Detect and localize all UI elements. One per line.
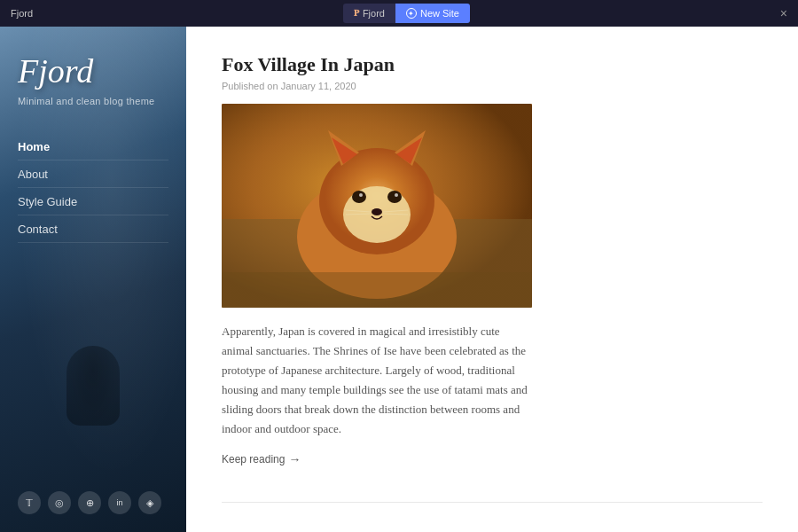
post-title-1: Fox Village In Japan [222, 53, 763, 76]
layout: Fjord Minimal and clean blog theme Home … [0, 27, 798, 532]
svg-point-10 [352, 191, 366, 203]
globe-icon: ✦ [406, 8, 417, 19]
svg-point-11 [387, 191, 402, 203]
nav-link-home[interactable]: Home [18, 140, 50, 153]
main-content: Fox Village In Japan Published on Januar… [186, 27, 798, 532]
sidebar-content: Fjord Minimal and clean blog theme Home … [0, 27, 186, 532]
keep-reading-link-1[interactable]: Keep reading → [222, 452, 301, 466]
nav-link-about[interactable]: About [18, 168, 48, 181]
close-button[interactable]: × [780, 6, 787, 20]
post-divider [222, 502, 763, 503]
nav-item-home[interactable]: Home [18, 133, 168, 160]
post-excerpt-1: Apparently, Japan is covered in magical … [222, 322, 532, 440]
nav-link-style-guide[interactable]: Style Guide [18, 195, 77, 208]
fox-photo [222, 104, 532, 308]
tab-label: Fjord [363, 8, 385, 19]
post-item-1: Fox Village In Japan Published on Januar… [222, 53, 763, 466]
keep-reading-label-1: Keep reading [222, 453, 285, 466]
tab-button[interactable]: 𝐏 Fjord [343, 4, 395, 23]
svg-point-13 [395, 193, 398, 197]
new-site-button[interactable]: ✦ New Site [395, 4, 470, 23]
app-name: Fjord [11, 8, 33, 19]
post-image-1 [222, 104, 532, 308]
site-title: Fjord [18, 53, 168, 90]
svg-point-14 [372, 208, 382, 215]
svg-rect-19 [222, 272, 532, 308]
new-site-label: New Site [420, 8, 459, 19]
nav-link-contact[interactable]: Contact [18, 223, 58, 236]
site-subtitle: Minimal and clean blog theme [18, 96, 168, 106]
center-controls: 𝐏 Fjord ✦ New Site [343, 4, 470, 23]
linkedin-icon[interactable]: in [108, 491, 131, 514]
twitter-icon[interactable]: 𝕋 [18, 491, 41, 514]
keep-reading-arrow-1: → [288, 452, 301, 466]
social-icons: 𝕋 ◎ ⊕ in ◈ [18, 491, 161, 514]
github-icon[interactable]: ⊕ [78, 491, 101, 514]
sidebar: Fjord Minimal and clean blog theme Home … [0, 27, 186, 532]
nav-list: Home About Style Guide Contact [18, 133, 168, 243]
nav-item-about[interactable]: About [18, 160, 168, 188]
nav-item-contact[interactable]: Contact [18, 215, 168, 243]
p-icon: 𝐏 [354, 8, 359, 19]
nav-item-style-guide[interactable]: Style Guide [18, 188, 168, 215]
instagram-icon[interactable]: ◎ [48, 491, 71, 514]
topbar: Fjord 𝐏 Fjord ✦ New Site × [0, 0, 798, 27]
svg-point-12 [359, 193, 363, 197]
feed-icon[interactable]: ◈ [138, 491, 161, 514]
post-meta-1: Published on January 11, 2020 [222, 81, 763, 91]
